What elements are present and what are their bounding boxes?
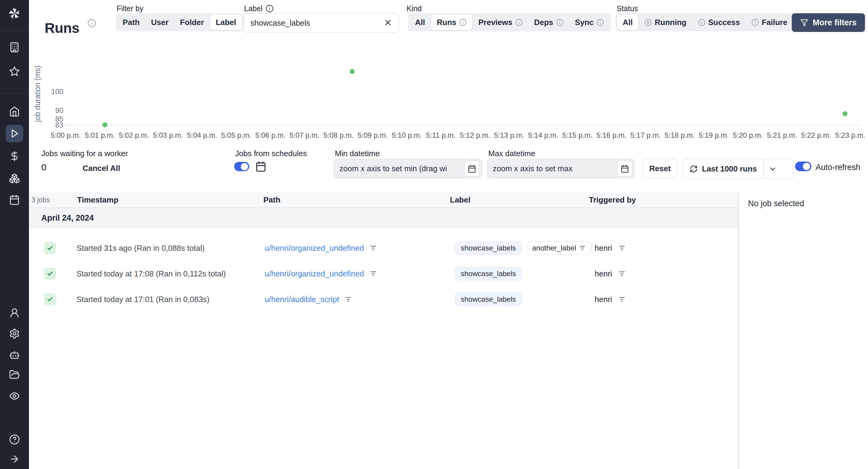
runs-window-button[interactable]: Last 1000 runs: [683, 159, 794, 179]
status-failure[interactable]: Failure: [746, 14, 793, 30]
cancel-all-button[interactable]: Cancel All: [77, 160, 126, 177]
max-datetime-input[interactable]: zoom x axis to set max: [487, 159, 635, 178]
windmill-logo[interactable]: [7, 7, 22, 21]
table-header: 3 jobs Timestamp Path Label Triggered by: [29, 192, 738, 208]
reset-button[interactable]: Reset: [643, 159, 678, 178]
table-row[interactable]: Started today at 17:08 (Ran in 0,112s to…: [29, 261, 738, 286]
svg-text:100: 100: [51, 87, 63, 96]
page-title: Runs: [44, 20, 80, 36]
min-datetime-calendar-button[interactable]: [464, 161, 479, 177]
sidebar-item-folders[interactable]: [9, 369, 20, 380]
clear-label-icon[interactable]: [383, 18, 393, 27]
expand-sidebar-icon[interactable]: [9, 454, 20, 465]
schedules-toggle[interactable]: [234, 162, 249, 171]
calendar-icon: [468, 164, 476, 173]
jobs-waiting-count: 0: [41, 162, 46, 173]
filter-by-label-option[interactable]: Label: [210, 14, 242, 30]
kind-sync[interactable]: Sync: [569, 14, 610, 30]
check-icon: [47, 245, 53, 251]
runs-window-dropdown[interactable]: [764, 159, 781, 179]
filter-by-label-icon[interactable]: [579, 245, 586, 251]
triggered-by-value: henri: [595, 269, 612, 278]
sidebar-item-resources[interactable]: [9, 173, 20, 184]
sidebar-item-schedules[interactable]: [9, 194, 20, 205]
svg-text:90: 90: [55, 106, 63, 115]
kind-all[interactable]: All: [409, 14, 431, 30]
label-filter-label: Label: [244, 4, 274, 13]
auto-refresh-toggle[interactable]: [795, 162, 811, 171]
job-path-link[interactable]: u/henri/audible_script: [265, 294, 339, 304]
kind-previews[interactable]: Previews: [472, 14, 528, 30]
svg-text:5:00 p.m.: 5:00 p.m.: [51, 131, 81, 139]
chevron-down-icon: [769, 165, 777, 173]
label-info-icon[interactable]: [266, 4, 274, 13]
help-icon[interactable]: [9, 434, 20, 445]
info-icon: [459, 19, 467, 26]
filter-by-segmented: Path User Folder Label: [116, 13, 244, 31]
label-badge[interactable]: showcase_labels: [455, 242, 522, 255]
filter-by-user[interactable]: User: [145, 14, 174, 30]
status-all[interactable]: All: [617, 14, 639, 30]
label-badge[interactable]: showcase_labels: [455, 267, 522, 280]
job-detail-panel: No job selected: [738, 192, 868, 469]
max-datetime-calendar-button[interactable]: [617, 161, 632, 177]
filter-by-path[interactable]: Path: [117, 14, 145, 30]
sidebar-item-home[interactable]: [9, 106, 20, 117]
svg-text:5:12 p.m.: 5:12 p.m.: [460, 131, 490, 139]
filter-by-folder[interactable]: Folder: [174, 14, 210, 30]
svg-text:5:17 p.m.: 5:17 p.m.: [630, 131, 661, 139]
kind-runs[interactable]: Runs: [431, 14, 472, 30]
filter-by-path-icon[interactable]: [370, 244, 377, 252]
svg-text:5:07 p.m.: 5:07 p.m.: [289, 131, 319, 139]
filter-by-user-icon[interactable]: [618, 270, 626, 277]
job-path-link[interactable]: u/henri/organized_undefined: [265, 269, 364, 278]
play-icon: [9, 128, 20, 139]
svg-text:5:04 p.m.: 5:04 p.m.: [187, 131, 217, 139]
status-running[interactable]: Running: [639, 14, 692, 30]
filter-by-path-icon[interactable]: [370, 270, 377, 277]
sidebar-item-settings[interactable]: [9, 328, 20, 339]
sidebar-item-users[interactable]: [9, 307, 20, 318]
sidebar-item-workspace[interactable]: [9, 42, 20, 53]
kind-label: Kind: [407, 4, 422, 13]
label-badge[interactable]: another_label: [527, 242, 592, 255]
filter-by-user-icon[interactable]: [618, 244, 626, 252]
sidebar-item-workers[interactable]: [9, 349, 20, 360]
sidebar-item-favorites[interactable]: [9, 66, 20, 77]
info-icon: [515, 19, 523, 26]
col-label: Label: [450, 195, 470, 205]
schedules-calendar-icon[interactable]: [255, 161, 267, 172]
sidebar-item-variables[interactable]: [9, 151, 20, 162]
no-job-selected-text: No job selected: [748, 199, 804, 208]
duration-chart[interactable]: job duration (ms)8385901005:00 p.m.5:01 …: [29, 61, 868, 145]
svg-text:job duration (ms): job duration (ms): [33, 65, 41, 122]
triggered-by-value: henri: [595, 243, 612, 253]
table-row[interactable]: Started today at 17:01 (Ran in 0,083s) u…: [29, 286, 738, 312]
jobs-table: Started 31s ago (Ran in 0,088s total) u/…: [29, 228, 738, 312]
kind-segmented: All Runs Previews Deps Sync: [408, 13, 611, 31]
label-badge[interactable]: showcase_labels: [455, 293, 522, 306]
running-status-icon: [644, 19, 652, 26]
col-triggered-by: Triggered by: [589, 195, 636, 205]
status-label: Status: [617, 4, 638, 13]
svg-text:5:13 p.m.: 5:13 p.m.: [494, 131, 524, 139]
min-datetime-input[interactable]: zoom x axis to set min (drag wi: [334, 159, 482, 178]
filter-by-user-icon[interactable]: [618, 295, 626, 303]
job-timestamp: Started 31s ago (Ran in 0,088s total): [76, 243, 205, 253]
filter-by-path-icon[interactable]: [344, 295, 352, 303]
auto-refresh-label: Auto-refresh: [815, 163, 861, 172]
sidebar-divider: [0, 31, 29, 31]
check-icon: [47, 296, 53, 303]
min-datetime-label: Min datetime: [335, 149, 380, 158]
more-filters-button[interactable]: More filters: [792, 13, 865, 32]
runs-info-icon[interactable]: [87, 19, 96, 27]
job-timestamp: Started today at 17:08 (Ran in 0,112s to…: [76, 269, 226, 278]
sidebar-item-runs[interactable]: [6, 125, 23, 142]
svg-text:5:23 p.m.: 5:23 p.m.: [835, 131, 865, 139]
label-filter-input[interactable]: [244, 13, 399, 33]
kind-deps[interactable]: Deps: [528, 14, 569, 30]
job-path-link[interactable]: u/henri/organized_undefined: [265, 243, 364, 253]
table-row[interactable]: Started 31s ago (Ran in 0,088s total) u/…: [29, 235, 738, 261]
status-success[interactable]: Success: [692, 14, 746, 30]
sidebar-item-audit-logs[interactable]: [9, 390, 20, 402]
